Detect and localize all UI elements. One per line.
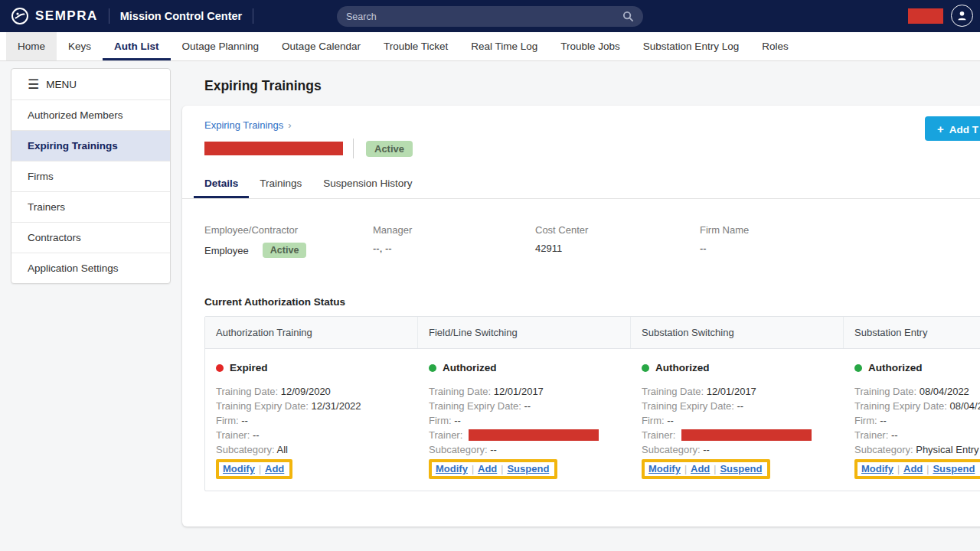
field-label: Firm Name [700, 224, 980, 236]
detail-label: Firm: [216, 415, 241, 426]
detail-trainer-: Trainer: [642, 428, 833, 442]
modify-link[interactable]: Modify [861, 463, 893, 474]
detail-training-expiry-date-: Training Expiry Date: 12/31/2022 [216, 399, 407, 413]
user-avatar-icon[interactable] [951, 5, 973, 27]
auth-col-header-substation-switching: Substation Switching [631, 317, 844, 348]
add-link[interactable]: Add [691, 463, 710, 474]
top-tab-bar: HomeKeysAuth ListOutage PlanningOutage C… [0, 32, 980, 61]
auth-col-substation-entry: AuthorizedTraining Date: 08/04/2022Train… [844, 349, 980, 491]
sidebar-item-trainers[interactable]: Trainers [11, 191, 170, 222]
modify-link[interactable]: Modify [648, 463, 681, 474]
link-separator: | [259, 464, 261, 474]
auth-col-header-authorization-training: Authorization Training [205, 317, 418, 348]
detail-value: -- [454, 415, 461, 426]
suspend-link[interactable]: Suspend [720, 463, 762, 474]
status-badge: Active [263, 243, 307, 258]
redacted-username [908, 8, 943, 24]
tab-trouble-ticket[interactable]: Trouble Ticket [372, 32, 459, 60]
detail-label: Training Date: [429, 386, 494, 397]
suspend-link[interactable]: Suspend [507, 463, 549, 474]
sidebar-item-authorized-members[interactable]: Authorized Members [11, 99, 170, 130]
sidebar-item-firms[interactable]: Firms [11, 161, 170, 191]
redacted-employee-name [204, 142, 343, 155]
status-dot-icon [854, 364, 862, 372]
detail-label: Training Expiry Date: [216, 400, 312, 412]
action-links-highlight: Modify|Add|Suspend [642, 459, 770, 479]
sidebar: ☰ MENU Authorized MembersExpiring Traini… [11, 68, 171, 284]
detail-subcategory-: Subcategory: -- [642, 442, 833, 457]
status-badge: Active [366, 141, 413, 157]
sidebar-item-contractors[interactable]: Contractors [11, 222, 170, 253]
detail-label: Training Expiry Date: [642, 400, 737, 412]
add-link[interactable]: Add [903, 463, 923, 474]
detail-label: Trainer: [429, 429, 466, 441]
plus-icon: + [937, 122, 944, 135]
link-separator: | [684, 464, 687, 474]
auth-col-substation-switching: AuthorizedTraining Date: 12/01/2017Train… [631, 349, 844, 491]
detail-subcategory-: Subcategory: Physical Entry [854, 442, 980, 457]
detail-trainer-: Trainer: -- [216, 428, 407, 442]
detail-label: Firm: [854, 415, 880, 426]
field-value-text: 42911 [535, 243, 562, 254]
breadcrumb-link[interactable]: Expiring Trainings [204, 119, 283, 131]
detail-fields: Employee/ContractorEmployeeActiveManager… [182, 199, 980, 258]
status-text: Authorized [443, 362, 497, 373]
navbar-divider [109, 8, 109, 24]
tab-roles[interactable]: Roles [750, 32, 800, 60]
add-training-button[interactable]: +Add T [925, 116, 980, 141]
sidebar-item-expiring-trainings[interactable]: Expiring Trainings [11, 130, 170, 161]
redacted-value [469, 429, 599, 441]
action-links-highlight: Modify|Add|Suspend [429, 459, 557, 479]
search-input[interactable] [346, 11, 622, 22]
link-separator: | [926, 464, 929, 474]
field-cost-center: Cost Center42911 [535, 224, 700, 258]
employee-name-row: Active [204, 139, 980, 158]
hamburger-icon: ☰ [28, 77, 39, 93]
tab-outage-calendar[interactable]: Outage Calendar [270, 32, 372, 60]
sempra-logo-icon [11, 7, 29, 25]
detail-label: Trainer: [216, 429, 253, 441]
detail-value: All [277, 444, 288, 455]
record-tab-trainings[interactable]: Trainings [249, 169, 312, 198]
tab-auth-list[interactable]: Auth List [103, 32, 171, 60]
tab-real-time-log[interactable]: Real Time Log [459, 32, 549, 60]
content-area: ☰ MENU Authorized MembersExpiring Traini… [0, 61, 980, 551]
detail-label: Subcategory: [854, 444, 916, 455]
action-links-highlight: Modify|Add [216, 459, 292, 479]
detail-value: 12/01/2017 [494, 386, 544, 397]
field-firm-name: Firm Name-- [700, 224, 980, 258]
search-icon[interactable] [622, 11, 634, 22]
modify-link[interactable]: Modify [223, 463, 255, 474]
sidebar-item-application-settings[interactable]: Application Settings [11, 253, 170, 283]
field-value: --, -- [373, 243, 535, 254]
detail-label: Trainer: [854, 429, 891, 441]
detail-value: 08/04/2022 [920, 386, 969, 397]
tab-outage-planning[interactable]: Outage Planning [171, 32, 271, 60]
vertical-divider [353, 139, 354, 158]
status-text: Authorized [655, 362, 710, 373]
detail-training-date-: Training Date: 12/09/2020 [216, 384, 407, 399]
tab-substation-entry-log[interactable]: Substation Entry Log [632, 32, 750, 60]
app-title: Mission Control Center [120, 10, 243, 22]
detail-label: Training Date: [854, 386, 920, 397]
record-tab-suspension-history[interactable]: Suspension History [312, 169, 423, 198]
tab-home[interactable]: Home [6, 32, 57, 60]
add-link[interactable]: Add [478, 463, 497, 474]
record-tab-details[interactable]: Details [194, 169, 249, 198]
detail-firm-: Firm: -- [854, 413, 980, 428]
tab-keys[interactable]: Keys [57, 32, 103, 60]
detail-label: Training Expiry Date: [854, 400, 950, 412]
status-dot-icon [642, 364, 649, 372]
tab-trouble-jobs[interactable]: Trouble Jobs [549, 32, 632, 60]
action-links-highlight: Modify|Add|Suspend [854, 459, 980, 479]
link-separator: | [501, 464, 503, 474]
sidebar-menu-header[interactable]: ☰ MENU [11, 69, 170, 99]
field-employee-contractor: Employee/ContractorEmployeeActive [204, 224, 373, 258]
auth-col-field-line-switching: AuthorizedTraining Date: 12/01/2017Train… [418, 349, 631, 491]
add-link[interactable]: Add [265, 463, 284, 474]
suspend-link[interactable]: Suspend [933, 463, 975, 474]
search-box[interactable] [337, 6, 643, 27]
detail-label: Firm: [642, 415, 667, 426]
modify-link[interactable]: Modify [436, 463, 468, 474]
detail-firm-: Firm: -- [642, 413, 833, 428]
